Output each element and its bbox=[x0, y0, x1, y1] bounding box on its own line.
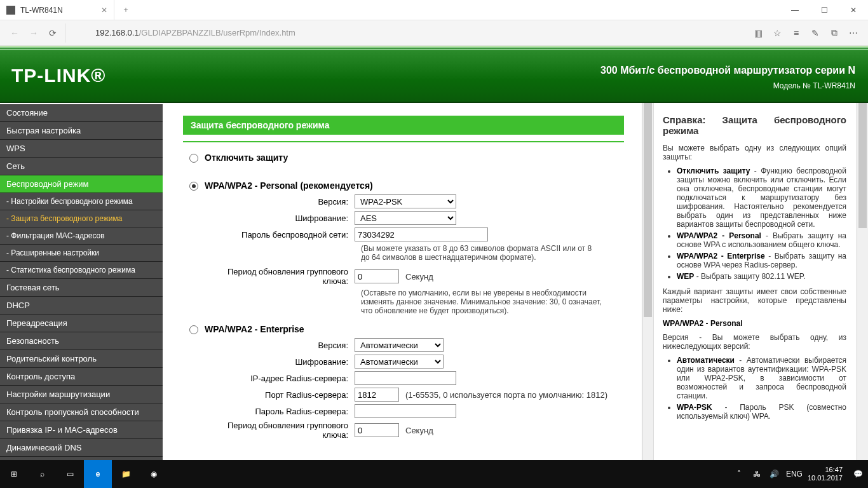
tray-up-icon[interactable]: ˄ bbox=[733, 470, 745, 478]
refresh-button[interactable]: ⟳ bbox=[43, 24, 62, 43]
select-personal-version[interactable]: WPA2-PSK bbox=[355, 194, 456, 208]
input-ent-gk[interactable] bbox=[355, 423, 399, 437]
radio-icon[interactable] bbox=[189, 182, 198, 191]
more-icon[interactable]: ⋯ bbox=[844, 24, 863, 43]
sidebar-item[interactable]: WPS bbox=[0, 140, 163, 158]
help-scrollbar[interactable] bbox=[857, 103, 868, 460]
taskbar-app-edge[interactable]: e bbox=[84, 460, 112, 488]
label-radius-ip: IP-адрес Radius-сервера: bbox=[202, 374, 348, 383]
reading-mode-icon[interactable]: ≡ bbox=[787, 24, 806, 43]
help-bullet: Отключить защиту - Функцию беспроводной … bbox=[677, 166, 846, 229]
sidebar-item[interactable]: DHCP bbox=[0, 297, 163, 315]
select-ent-cipher[interactable]: Автоматически bbox=[355, 355, 444, 369]
sidebar-item[interactable]: Быстрая настройка bbox=[0, 122, 163, 140]
window-maximize-button[interactable]: ☐ bbox=[810, 0, 839, 20]
browser-toolbar: ← → ⟳ 192.168.0.1/GLDIAPZBPANZZILB/userR… bbox=[0, 20, 868, 46]
window-close-button[interactable]: ✕ bbox=[839, 0, 868, 20]
label-radius-pw: Пароль Radius-сервера: bbox=[202, 407, 348, 416]
back-button[interactable]: ← bbox=[5, 24, 24, 43]
sidebar-item[interactable]: - Расширенные настройки bbox=[0, 245, 163, 262]
help-bullet: WEP - Выбрать защиту 802.11 WEP. bbox=[677, 272, 846, 281]
page-banner: TP-LINK® 300 Мбит/с беспроводной маршрут… bbox=[0, 46, 868, 103]
main-scrollbar[interactable] bbox=[642, 103, 653, 460]
help-bullet: Автоматически - Автоматически выбирается… bbox=[677, 356, 846, 400]
sidebar-item[interactable]: Сеть bbox=[0, 158, 163, 175]
select-ent-version[interactable]: Автоматически bbox=[355, 338, 444, 352]
start-button[interactable]: ⊞ bbox=[0, 460, 28, 488]
sidebar-item[interactable]: - Фильтрация MAC-адресов bbox=[0, 227, 163, 245]
help-bullet: WPA-PSK - Пароль PSK (совместно использу… bbox=[677, 403, 846, 421]
search-icon[interactable]: ⌕ bbox=[28, 460, 56, 488]
tray-clock[interactable]: 16:4710.01.2017 bbox=[804, 466, 846, 482]
browser-tab-strip: TL-WR841N ✕ ＋ — ☐ ✕ bbox=[0, 0, 868, 20]
banner-title: 300 Мбит/с беспроводной маршрутизатор се… bbox=[600, 65, 855, 76]
windows-taskbar: ⊞ ⌕ ▭ e 📁 ◉ ˄ 🖧 🔊 ENG 16:4710.01.2017 💬 bbox=[0, 460, 868, 488]
banner-model: Модель № TL-WR841N bbox=[773, 81, 855, 90]
option-wpa-personal[interactable]: WPA/WPA2 - Personal (рекомендуется) bbox=[189, 180, 624, 191]
label-version: Версия: bbox=[202, 341, 348, 350]
note-psk: (Вы можете указать от 8 до 63 символов ф… bbox=[361, 244, 602, 262]
help-title: Справка: Защита беспроводного режима bbox=[663, 114, 846, 136]
router-page: TP-LINK® 300 Мбит/с беспроводной маршрут… bbox=[0, 46, 868, 460]
page-heading: Защита беспроводного режима bbox=[183, 116, 624, 135]
label-groupkey: Период обновления группового ключа: bbox=[202, 267, 348, 286]
sidebar-item[interactable]: Динамический DNS bbox=[0, 439, 163, 457]
sidebar-item[interactable]: - Настройки беспроводного режима bbox=[0, 193, 163, 210]
tab-close-icon[interactable]: ✕ bbox=[101, 6, 107, 15]
help-panel: Справка: Защита беспроводного режима Вы … bbox=[653, 103, 857, 460]
browser-tab[interactable]: TL-WR841N ✕ bbox=[0, 0, 114, 20]
sidebar-item[interactable]: Контроль доступа bbox=[0, 368, 163, 386]
sidebar-item[interactable]: Привязка IP- и MAC-адресов bbox=[0, 421, 163, 439]
favicon bbox=[6, 6, 15, 15]
task-view-icon[interactable]: ▭ bbox=[56, 460, 84, 488]
share-icon[interactable]: ⧉ bbox=[825, 24, 844, 43]
input-personal-gk[interactable] bbox=[355, 269, 399, 283]
tab-title: TL-WR841N bbox=[20, 6, 63, 15]
tray-notifications-icon[interactable]: 💬 bbox=[851, 470, 864, 478]
label-groupkey: Период обновления группового ключа: bbox=[202, 421, 348, 440]
label-psk: Пароль беспроводной сети: bbox=[202, 230, 348, 240]
sidebar-item[interactable]: Настройки маршрутизации bbox=[0, 386, 163, 403]
input-psk[interactable] bbox=[355, 227, 488, 241]
reading-list-icon[interactable]: ▥ bbox=[749, 24, 768, 43]
tray-volume-icon[interactable]: 🔊 bbox=[768, 470, 781, 478]
label-radius-port: Порт Radius-сервера: bbox=[202, 390, 348, 400]
input-radius-ip[interactable] bbox=[355, 371, 456, 385]
window-minimize-button[interactable]: — bbox=[780, 0, 810, 20]
note-gk: (Оставьте по умолчанию, если вы не увере… bbox=[361, 288, 602, 315]
label-version: Версия: bbox=[202, 197, 348, 207]
label-cipher: Шифрование: bbox=[202, 357, 348, 367]
help-bullet: WPA/WPA2 - Personal - Выбрать защиту на … bbox=[677, 231, 846, 249]
sidebar-item[interactable]: Безопасность bbox=[0, 332, 163, 350]
main-content: Защита беспроводного режима Отключить за… bbox=[165, 103, 642, 460]
sidebar-item[interactable]: Гостевая сеть bbox=[0, 279, 163, 297]
sidebar-item[interactable]: Контроль пропускной способности bbox=[0, 403, 163, 421]
input-radius-port[interactable] bbox=[355, 388, 399, 402]
option-wpa-enterprise[interactable]: WPA/WPA2 - Enterprise bbox=[189, 324, 624, 334]
sidebar-item[interactable]: Родительский контроль bbox=[0, 350, 163, 368]
help-bullet: WPA/WPA2 - Enterprise - Выбрать защиту н… bbox=[677, 252, 846, 269]
taskbar-app-chrome[interactable]: ◉ bbox=[140, 460, 168, 488]
brand-logo: TP-LINK® bbox=[11, 65, 105, 86]
sidebar-item[interactable]: Состояние bbox=[0, 104, 163, 122]
taskbar-app-explorer[interactable]: 📁 bbox=[112, 460, 140, 488]
sidebar-item[interactable]: Переадресация bbox=[0, 315, 163, 332]
label-cipher: Шифрование: bbox=[202, 214, 348, 223]
sidebar-item[interactable]: - Статистика беспроводного режима bbox=[0, 262, 163, 279]
new-tab-button[interactable]: ＋ bbox=[114, 0, 137, 20]
sidebar-nav: СостояниеБыстрая настройкаWPSСетьБеспров… bbox=[0, 103, 165, 460]
help-intro: Вы можете выбрать одну из следующих опци… bbox=[663, 144, 846, 161]
forward-button[interactable]: → bbox=[24, 24, 43, 43]
radio-icon[interactable] bbox=[189, 325, 198, 334]
sidebar-item[interactable]: Беспроводной режим bbox=[0, 175, 163, 193]
notes-icon[interactable]: ✎ bbox=[806, 24, 825, 43]
favorites-icon[interactable]: ☆ bbox=[768, 24, 787, 43]
tray-lang[interactable]: ENG bbox=[786, 470, 799, 478]
address-bar[interactable]: 192.168.0.1/GLDIAPZBPANZZILB/userRpm/Ind… bbox=[95, 28, 295, 37]
select-personal-cipher[interactable]: AES bbox=[355, 211, 456, 225]
tray-network-icon[interactable]: 🖧 bbox=[750, 470, 763, 478]
option-disable-security[interactable]: Отключить защиту bbox=[189, 152, 624, 163]
radio-icon[interactable] bbox=[189, 154, 198, 163]
sidebar-item[interactable]: - Защита беспроводного режима bbox=[0, 210, 163, 227]
input-radius-pw[interactable] bbox=[355, 404, 456, 418]
